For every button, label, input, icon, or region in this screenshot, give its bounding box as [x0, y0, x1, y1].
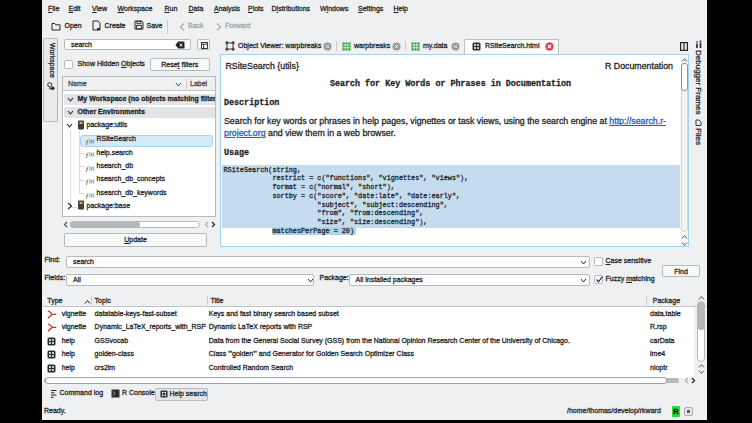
- svg-text:(x): (x): [89, 193, 95, 198]
- svg-text:(x): (x): [89, 166, 95, 171]
- svg-text:(x): (x): [89, 152, 95, 157]
- svg-text:(x): (x): [89, 179, 95, 184]
- svg-text:(x): (x): [89, 139, 95, 144]
